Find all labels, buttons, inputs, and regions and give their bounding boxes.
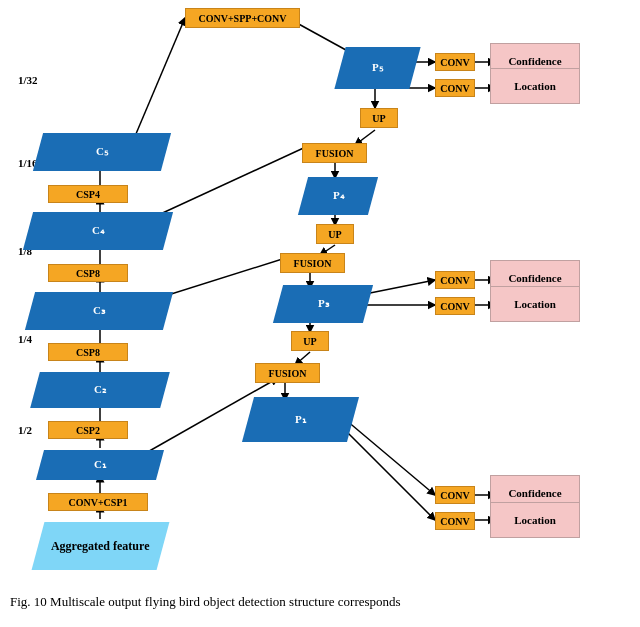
conv-conf1-block: CONV xyxy=(435,53,475,71)
conv-conf2-block: CONV xyxy=(435,271,475,289)
conv-loc2-block: CONV xyxy=(435,297,475,315)
fusion2-block: FUSION xyxy=(280,253,345,273)
svg-line-34 xyxy=(340,425,435,520)
c2-block: C₂ xyxy=(30,372,170,408)
caption: Fig. 10 Multiscale output flying bird ob… xyxy=(0,590,640,614)
p3-block: P₃ xyxy=(273,285,373,323)
fusion1-block: FUSION xyxy=(302,143,367,163)
up3-block: UP xyxy=(291,331,329,351)
fusion3-block: FUSION xyxy=(255,363,320,383)
up1-block: UP xyxy=(360,108,398,128)
c5-block: C₅ xyxy=(33,133,171,171)
p5-block: P₅ xyxy=(334,47,420,89)
scale-label-1-32: 1/32 xyxy=(18,74,38,86)
svg-line-10 xyxy=(130,18,185,148)
csp4-block: CSP4 xyxy=(48,185,128,203)
svg-line-33 xyxy=(340,415,435,495)
p4-block: P₄ xyxy=(298,177,378,215)
conv-conf3-block: CONV xyxy=(435,486,475,504)
c1-block: C₁ xyxy=(36,450,164,480)
csp2-block: CSP2 xyxy=(48,421,128,439)
scale-label-1-2: 1/2 xyxy=(18,424,32,436)
location2-box: Location xyxy=(490,286,580,322)
aggregated-feature: Aggregated feature xyxy=(32,522,170,570)
conv-csp1-block: CONV+CSP1 xyxy=(48,493,148,511)
conv-loc1-block: CONV xyxy=(435,79,475,97)
c3-block: C₃ xyxy=(25,292,173,330)
location3-box: Location xyxy=(490,502,580,538)
up2-block: UP xyxy=(316,224,354,244)
p1-block: P₁ xyxy=(242,397,359,442)
conv-loc3-block: CONV xyxy=(435,512,475,530)
scale-label-1-4: 1/4 xyxy=(18,333,32,345)
csp8-upper-block: CSP8 xyxy=(48,264,128,282)
location1-box: Location xyxy=(490,68,580,104)
conv-spp-conv-block: CONV+SPP+CONV xyxy=(185,8,300,28)
csp8-lower-block: CSP8 xyxy=(48,343,128,361)
c4-block: C₄ xyxy=(23,212,173,250)
diagram-container: 1/32 1/16 1/8 1/4 1/2 Aggregated feature… xyxy=(0,0,640,590)
